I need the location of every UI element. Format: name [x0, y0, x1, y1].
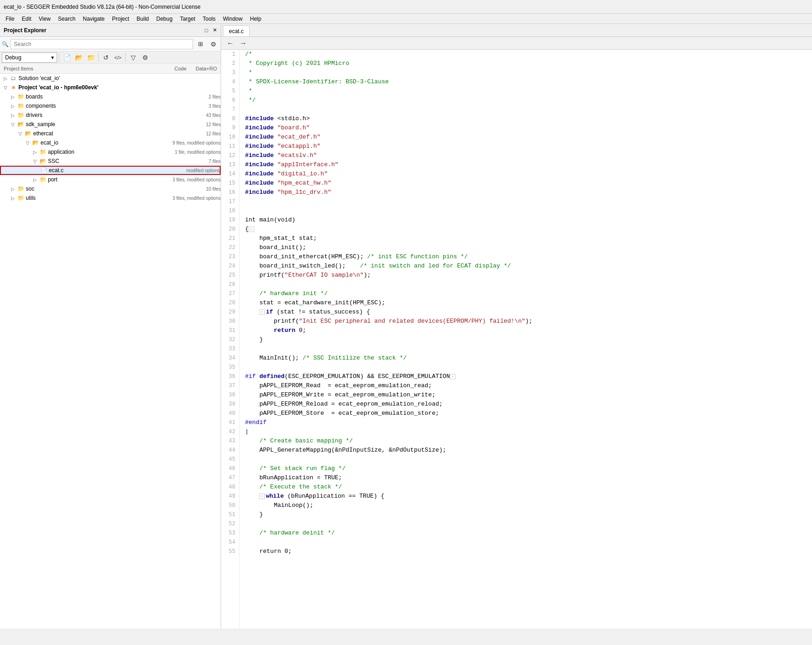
menu-file[interactable]: File — [2, 15, 18, 23]
ln-36: 36 — [225, 372, 235, 381]
code-line-23: board_init_ethercat(HPM_ESC); /* init ES… — [245, 252, 812, 261]
code-line-33 — [245, 344, 812, 354]
boards-label: boards — [26, 93, 207, 100]
filter-btn[interactable]: ⊞ — [195, 39, 206, 49]
solution-icon: 🗂 — [9, 75, 18, 81]
open-folder-btn[interactable]: 📂 — [73, 52, 84, 63]
ln-4: 4 — [225, 77, 235, 87]
application-label: application — [48, 149, 173, 155]
menu-build[interactable]: Build — [133, 15, 153, 23]
code-editor[interactable]: 1 2 3 4 5 6 7 8 9 10 11 12 13 14 15 16 1… — [221, 50, 812, 628]
ecat_io-arrow: ▽ — [24, 140, 31, 145]
ln-29: 29 — [225, 308, 235, 317]
code-line-7 — [245, 105, 812, 114]
ln-47: 47 — [225, 473, 235, 482]
menu-navigate[interactable]: Navigate — [79, 15, 108, 23]
tree-item-drivers[interactable]: ▷ 📁 drivers 43 files — [0, 110, 221, 120]
menu-window[interactable]: Window — [219, 15, 246, 23]
settings-btn[interactable]: ⚙ — [208, 39, 219, 49]
code-line-37: pAPPL_EEPROM_Read = ecat_eeprom_emulatio… — [245, 381, 812, 390]
search-input[interactable] — [11, 39, 193, 49]
ecat_io-badge: 9 files, modified options — [172, 140, 221, 145]
soc-label: soc — [26, 186, 204, 192]
ln-38: 38 — [225, 390, 235, 400]
ln-45: 45 — [225, 455, 235, 464]
collapse-49[interactable]: - — [259, 494, 265, 499]
panel-close-btn[interactable]: ✕ — [210, 26, 219, 35]
code-line-40: pAPPL_EEPROM_Store = ecat_eeprom_emulati… — [245, 409, 812, 418]
code-line-48: /* Execute the stack */ — [245, 482, 812, 492]
menu-project[interactable]: Project — [108, 15, 133, 23]
ln-14: 14 — [225, 169, 235, 179]
project-icon: ■ — [9, 84, 18, 91]
sdk_sample-icon: 📂 — [17, 121, 25, 128]
ln-18: 18 — [225, 206, 235, 215]
ethercat-label: ethercat — [33, 130, 204, 137]
tree-item-ethercat[interactable]: ▽ 📂 ethercat 12 files — [0, 129, 221, 138]
tree-item-ecat-c[interactable]: 📄 ecat.c modified options ◀ — [0, 166, 221, 175]
gear-btn[interactable]: ⚙ — [140, 52, 151, 63]
code-btn[interactable]: </> — [112, 52, 123, 63]
code-line-44: APPL_GenerateMapping(&nPdInputSize, &nPd… — [245, 446, 812, 455]
menu-tools[interactable]: Tools — [199, 15, 219, 23]
tree-container[interactable]: ▷ 🗂 Solution 'ecat_io' ▽ ■ Project 'ecat… — [0, 74, 221, 628]
tab-ecat-c[interactable]: ecat.c — [223, 25, 250, 36]
project-item[interactable]: ▽ ■ Project 'ecat_io - hpm6e00evk' — [0, 83, 221, 92]
code-line-27: /* hardware init */ — [245, 289, 812, 298]
col-headers: Project Items Code Data+RO — [0, 64, 221, 74]
tree-item-components[interactable]: ▷ 📁 components 3 files — [0, 101, 221, 110]
code-line-15: #include "hpm_ecat_hw.h" — [245, 179, 812, 188]
ln-42: 42 — [225, 427, 235, 436]
ln-11: 11 — [225, 142, 235, 151]
tree-item-SSC[interactable]: ▽ 📂 SSC 7 files — [0, 157, 221, 166]
tree-item-port[interactable]: ▷ 📁 port 3 files, modified options — [0, 175, 221, 184]
panel-maximize-btn[interactable]: □ — [202, 26, 210, 35]
nav-back-btn[interactable]: ← — [225, 39, 236, 48]
components-label: components — [26, 103, 207, 109]
code-line-19: int main(void) — [245, 215, 812, 225]
menu-help[interactable]: Help — [246, 15, 265, 23]
ln-32: 32 — [225, 335, 235, 344]
collapse-29[interactable]: - — [259, 309, 265, 315]
open-file-btn[interactable]: 📁 — [85, 52, 96, 63]
solution-item[interactable]: ▷ 🗂 Solution 'ecat_io' — [0, 74, 221, 83]
menu-target[interactable]: Target — [176, 15, 199, 23]
code-line-8: #include <stdio.h> — [245, 114, 812, 123]
ln-13: 13 — [225, 160, 235, 169]
filter2-btn[interactable]: ▽ — [128, 52, 139, 63]
tree-item-application[interactable]: ▷ 📁 application 1 file, modified options — [0, 147, 221, 157]
menu-view[interactable]: View — [35, 15, 54, 23]
debug-label: Debug — [5, 54, 21, 61]
collapse-36[interactable]: - — [450, 374, 456, 379]
tree-item-sdk_sample[interactable]: ▽ 📂 sdk_sample 12 files — [0, 120, 221, 129]
code-line-55: return 0; — [245, 547, 812, 556]
tree-item-soc[interactable]: ▷ 📁 soc 10 files — [0, 184, 221, 193]
refresh-btn[interactable]: ↺ — [100, 52, 111, 63]
nav-forward-btn[interactable]: → — [238, 39, 249, 48]
code-line-13: #include "applInterface.h" — [245, 160, 812, 169]
ln-34: 34 — [225, 354, 235, 363]
tree-item-utils[interactable]: ▷ 📁 utils 3 files, modified options — [0, 193, 221, 203]
ln-10: 10 — [225, 133, 235, 142]
search-bar: 🔍 ⊞ ⚙ — [0, 37, 221, 52]
code-line-43: /* Create basic mapping */ — [245, 436, 812, 446]
menu-search[interactable]: Search — [54, 15, 79, 23]
ln-16: 16 — [225, 188, 235, 197]
ecat-c-label: ecat.c — [49, 167, 184, 174]
tree-item-ecat_io[interactable]: ▽ 📂 ecat_io 9 files, modified options — [0, 138, 221, 147]
menu-edit[interactable]: Edit — [18, 15, 35, 23]
ln-54: 54 — [225, 538, 235, 547]
new-file-btn[interactable]: 📄 — [61, 52, 72, 63]
tree-item-boards[interactable]: ▷ 📁 boards 2 files — [0, 92, 221, 101]
debug-dropdown[interactable]: Debug ▾ — [2, 52, 57, 63]
code-line-34: MainInit(); /* SSC Initilize the stack *… — [245, 354, 812, 363]
code-line-12: #include "ecatslv.h" — [245, 151, 812, 160]
code-line-9: #include "board.h" — [245, 123, 812, 133]
code-line-42: | — [245, 427, 812, 436]
ln-9: 9 — [225, 123, 235, 133]
code-content[interactable]: /* * Copyright (c) 2021 HPMicro * * SPDX… — [240, 50, 812, 628]
ln-7: 7 — [225, 105, 235, 114]
collapse-20[interactable]: - — [249, 227, 254, 232]
menu-debug[interactable]: Debug — [152, 15, 176, 23]
ln-31: 31 — [225, 326, 235, 335]
